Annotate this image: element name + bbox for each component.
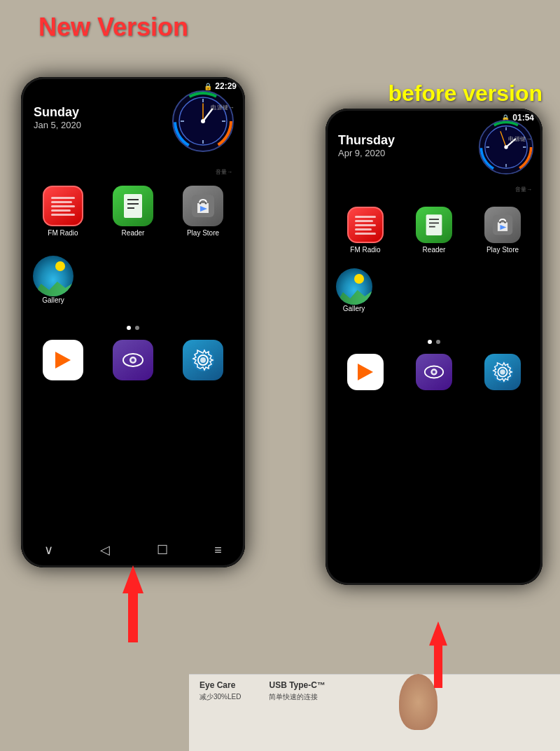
charge-text-right: 电源键→ <box>508 135 532 143</box>
app-play-store-right[interactable]: Play Store <box>480 207 526 254</box>
phone-left: 🔒 22:29 电源键→ Sunday Jan 5, 2020 <box>21 77 245 567</box>
led-text: 减少30%LED <box>200 692 241 702</box>
eye-svg-left <box>122 349 144 371</box>
svg-point-48 <box>504 221 506 223</box>
day-name-left: Sunday <box>34 105 81 120</box>
gallery-mountain-left <box>33 275 74 296</box>
app-row2-left: Gallery <box>28 256 78 304</box>
play-store-icon-left <box>183 186 223 226</box>
app-fm-radio-right[interactable]: FM Radio <box>343 207 388 254</box>
purple-icon-right <box>416 354 452 390</box>
svg-point-41 <box>504 145 507 149</box>
phone-left-screen: 🔒 22:29 电源键→ Sunday Jan 5, 2020 <box>21 77 245 567</box>
app-reader-left[interactable]: Reader <box>108 186 158 237</box>
clock-widget-left <box>172 90 234 153</box>
new-version-label: New Version <box>38 13 188 42</box>
app-gear-left[interactable] <box>178 340 228 383</box>
page-dots-left <box>127 326 139 330</box>
play-store-icon-right <box>484 207 521 243</box>
svg-point-13 <box>201 119 205 123</box>
gear-icon-left <box>183 340 223 380</box>
fm-grilles-right <box>349 210 382 240</box>
nav-menu-left[interactable]: ≡ <box>214 543 222 558</box>
fm-radio-icon-right <box>347 207 384 243</box>
app-reader-right[interactable]: Reader <box>412 207 457 254</box>
svg-point-52 <box>433 371 436 374</box>
app-vimu-left[interactable] <box>38 340 88 383</box>
day-name-right: Thursday <box>338 133 395 148</box>
reader-label-left: Reader <box>122 229 145 237</box>
app-fm-radio-left[interactable]: FM Radio <box>38 186 88 237</box>
reader-icon-left <box>113 186 153 226</box>
app-vimu-right[interactable] <box>343 354 388 393</box>
svg-marker-58 <box>429 621 447 688</box>
eye-svg-right <box>424 361 444 383</box>
arrow-right <box>423 621 454 688</box>
app-gallery-left[interactable]: Gallery <box>28 256 78 304</box>
play-store-svg-right <box>491 214 514 236</box>
dot1-left <box>127 326 131 330</box>
nav-home-left[interactable]: ☐ <box>157 542 168 558</box>
gallery-mountain-right <box>336 284 372 305</box>
date-str-left: Jan 5, 2020 <box>34 120 81 130</box>
fm-radio-label-right: FM Radio <box>350 246 380 254</box>
play-store-label-left: Play Store <box>187 229 219 237</box>
app-row3-right <box>331 354 537 393</box>
nav-collapse-left[interactable]: ∨ <box>44 542 53 558</box>
app-row2-right: Gallery <box>331 268 377 312</box>
eye-care-section: Eye Care 减少30%LED <box>200 680 241 702</box>
dot2-left <box>135 326 139 330</box>
gallery-label-right: Gallery <box>343 305 365 312</box>
reader-label-right: Reader <box>423 246 446 254</box>
fm-radio-icon-left <box>43 186 83 226</box>
app-purple-right[interactable] <box>412 354 457 393</box>
svg-point-20 <box>205 202 207 205</box>
svg-point-47 <box>499 221 501 223</box>
gear-svg-left <box>190 347 216 373</box>
purple-icon-left <box>113 340 153 380</box>
usb-section: USB Type-C™ 简单快速的连接 <box>269 680 325 702</box>
gallery-icon-left <box>33 256 74 296</box>
phone-right-screen: 🔒 01:54 电源键→ Thursday Apr 9, 2020 <box>326 109 542 585</box>
clock-face-left <box>172 90 234 153</box>
usb-sub-label: 简单快速的连接 <box>269 692 325 702</box>
app-gallery-right[interactable]: Gallery <box>331 268 377 312</box>
app-purple-left[interactable] <box>108 340 158 383</box>
svg-point-27 <box>200 357 206 363</box>
svg-point-24 <box>132 359 135 362</box>
fm-radio-label-left: FM Radio <box>48 229 78 237</box>
svg-rect-42 <box>426 214 442 235</box>
date-str-right: Apr 9, 2020 <box>338 148 395 158</box>
dot2-right <box>436 340 440 344</box>
reader-svg-left <box>122 193 144 219</box>
gallery-sun-left <box>55 261 65 271</box>
gallery-label-left: Gallery <box>42 296 64 304</box>
date-right: Thursday Apr 9, 2020 <box>338 133 395 158</box>
battery-icon-left: 🔒 <box>204 83 212 90</box>
vimu-play-right <box>358 364 373 380</box>
svg-rect-14 <box>124 194 142 218</box>
gallery-sun-right <box>354 274 364 284</box>
app-play-store-left[interactable]: Play Store <box>178 186 228 237</box>
play-store-label-right: Play Store <box>486 246 519 254</box>
date-left: Sunday Jan 5, 2020 <box>34 105 81 130</box>
reader-icon-right <box>416 207 452 243</box>
clock-widget-right <box>478 119 534 178</box>
arrow-right-svg <box>423 621 454 688</box>
before-version-label: before version <box>388 81 542 106</box>
svg-point-55 <box>500 369 505 375</box>
bottom-box: Eye Care 减少30%LED USB Type-C™ 简单快速的连接 <box>189 674 560 751</box>
gear-svg-right <box>491 360 514 384</box>
play-store-svg-left <box>190 193 216 219</box>
vimu-icon-right <box>347 354 384 390</box>
eye-care-label: Eye Care <box>200 680 241 690</box>
svg-point-19 <box>200 202 202 205</box>
app-gear-right[interactable] <box>480 354 526 393</box>
fm-grilles-left <box>46 191 80 221</box>
vol-text-right: 音量→ <box>515 186 532 193</box>
vimu-play-left <box>55 352 71 368</box>
nav-back-left[interactable]: ◁ <box>100 542 110 558</box>
app-row1-left: FM Radio Reader <box>28 186 238 237</box>
charge-text-left: 电源键→ <box>211 104 234 111</box>
page-dots-right <box>428 340 440 344</box>
